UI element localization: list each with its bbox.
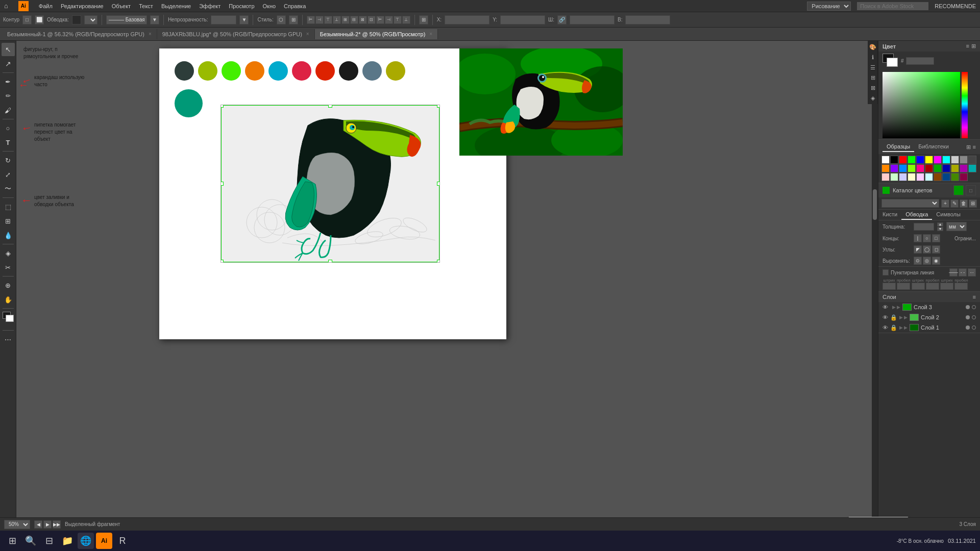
gap-input2[interactable] <box>926 283 939 290</box>
stroke-align-inside[interactable]: ◎ <box>923 257 931 265</box>
dashed-checkbox[interactable] <box>883 269 889 276</box>
vertical-scrollbar[interactable] <box>872 41 878 536</box>
swatch-28[interactable] <box>934 173 942 181</box>
stroke-align-center[interactable]: ⊙ <box>914 257 922 265</box>
illustration-area[interactable] <box>220 105 440 263</box>
gap-input1[interactable] <box>897 283 910 290</box>
layer-1-lock[interactable]: 🔒 <box>890 324 897 331</box>
circle-red-pink[interactable] <box>292 61 311 81</box>
catalog-white-btn[interactable]: □ <box>966 185 976 195</box>
menu-select[interactable]: Выделение <box>161 3 191 9</box>
swatch-27[interactable] <box>925 173 933 181</box>
layer-item-1[interactable]: 👁 🔒 ▶ ▶ Слой 1 <box>878 322 980 333</box>
w-input[interactable]: 268,136 мм <box>570 15 615 24</box>
swatch-17[interactable] <box>934 164 942 172</box>
align-left[interactable]: ⊢ <box>307 16 315 24</box>
dash-input3[interactable] <box>940 283 953 290</box>
swatch-13[interactable] <box>899 164 907 172</box>
catalog-add[interactable]: + <box>941 199 949 208</box>
file-explorer-icon[interactable]: 📁 <box>59 533 76 549</box>
catalog-delete[interactable]: 🗑 <box>960 199 968 208</box>
brush-tool[interactable]: 🖌 <box>2 104 15 117</box>
nav-prev[interactable]: ◀ <box>34 520 42 529</box>
zoom-select[interactable]: 50% <box>4 520 30 529</box>
opacity-arrow[interactable]: ▼ <box>239 15 249 24</box>
swatch-30[interactable] <box>951 173 959 181</box>
align-b[interactable]: ⊡ <box>368 16 376 24</box>
align-center-v[interactable]: ⊞ <box>341 16 350 24</box>
swatch-2[interactable] <box>899 156 907 164</box>
direct-select-tool[interactable]: ↗ <box>2 57 15 70</box>
contour-icon1[interactable]: □ <box>22 15 32 24</box>
align-f[interactable]: ⊥ <box>402 16 410 24</box>
angle-bevel[interactable]: ◻ <box>932 245 940 254</box>
zoom-tool[interactable]: ⊕ <box>2 279 15 292</box>
align-c[interactable]: ⊢ <box>376 16 384 24</box>
layer-3-eye[interactable]: 👁 <box>883 304 888 310</box>
align-center-h[interactable]: ⊣ <box>315 16 324 24</box>
thickness-unit[interactable]: мм <box>946 222 967 231</box>
link-icon[interactable]: 🔗 <box>557 15 567 24</box>
warp-tool[interactable]: 〜 <box>2 182 15 195</box>
catalog-edit[interactable]: ✎ <box>950 199 959 208</box>
blend-tool[interactable]: ◈ <box>2 246 15 260</box>
swatch-4[interactable] <box>916 156 924 164</box>
color-panel-menu[interactable]: ≡ <box>966 43 969 49</box>
libraries-tab[interactable]: Библиотеки <box>914 142 953 152</box>
document-canvas[interactable] <box>159 48 506 339</box>
shape-tool[interactable]: ○ <box>2 121 15 135</box>
swatch-5[interactable] <box>925 156 933 164</box>
dashed-style2[interactable]: - - <box>959 268 967 277</box>
style-icon2[interactable]: ⊞ <box>289 15 298 24</box>
dash-input1[interactable] <box>883 283 896 290</box>
swatch-6[interactable] <box>934 156 942 164</box>
swatch-26[interactable] <box>916 173 924 181</box>
circle-bright-green[interactable] <box>222 61 241 81</box>
menu-file[interactable]: Файл <box>39 3 53 9</box>
swatch-1[interactable] <box>890 156 898 164</box>
tab-3-close[interactable]: × <box>429 31 432 37</box>
circle-orange[interactable] <box>245 61 264 81</box>
fill-stroke-indicator[interactable] <box>2 312 15 327</box>
start-button[interactable]: ⊞ <box>4 533 20 549</box>
hex-input[interactable]: 009D76 <box>906 57 934 65</box>
align-bottom[interactable]: ⊟ <box>350 16 358 24</box>
tab-1[interactable]: Безымянный-1 @ 56.32% (RGB/Предпросмотр … <box>2 29 157 39</box>
circle-red[interactable] <box>315 61 335 81</box>
rotate-tool[interactable]: ↻ <box>2 154 15 167</box>
nav-play[interactable]: ▶ <box>43 520 52 529</box>
browser-icon[interactable]: 🌐 <box>78 533 94 549</box>
fg-bg-indicator[interactable] <box>883 54 899 68</box>
hue-bar[interactable] <box>962 72 968 138</box>
swatch-0[interactable] <box>881 156 890 164</box>
corner-round[interactable]: ○ <box>923 234 931 242</box>
catalog-grid[interactable]: ⊞ <box>969 199 977 208</box>
ai-taskbar-icon[interactable]: Ai <box>96 533 112 549</box>
swatch-9[interactable] <box>960 156 968 164</box>
swatch-22[interactable] <box>881 173 890 181</box>
layer-2-expand[interactable]: ▶ ▶ <box>899 315 908 320</box>
swatch-11[interactable] <box>881 164 890 172</box>
teal-circle[interactable] <box>175 89 203 117</box>
swatch-21[interactable] <box>968 164 976 172</box>
corner-butt[interactable]: | <box>914 234 922 242</box>
stroke-align-outside[interactable]: ◉ <box>932 257 940 265</box>
layer-item-2[interactable]: 👁 🔒 ▶ ▶ Слой 2 <box>878 312 980 322</box>
pen-tool[interactable]: ✒ <box>2 75 15 88</box>
gap-input3[interactable] <box>954 283 968 290</box>
align-top[interactable]: ⊥ <box>333 16 341 24</box>
align-d[interactable]: ⊣ <box>385 16 393 24</box>
menu-window[interactable]: Окно <box>263 3 276 9</box>
search-taskbar[interactable]: 🔍 <box>22 533 39 549</box>
layer-2-eye[interactable]: 👁 <box>883 314 888 320</box>
workspace-selector[interactable]: Рисование <box>807 2 851 11</box>
catalog-dropdown[interactable] <box>881 199 939 208</box>
align-right[interactable]: ⊤ <box>324 16 332 24</box>
text-tool[interactable]: T <box>2 136 15 149</box>
thickness-input[interactable] <box>914 223 934 231</box>
menu-effect[interactable]: Эффект <box>199 3 220 9</box>
dashed-style1[interactable]: —— <box>949 268 958 277</box>
swatch-16[interactable] <box>925 164 933 172</box>
catalog-green-btn[interactable] <box>953 185 964 195</box>
style-icon[interactable]: ⬡ <box>277 15 286 24</box>
